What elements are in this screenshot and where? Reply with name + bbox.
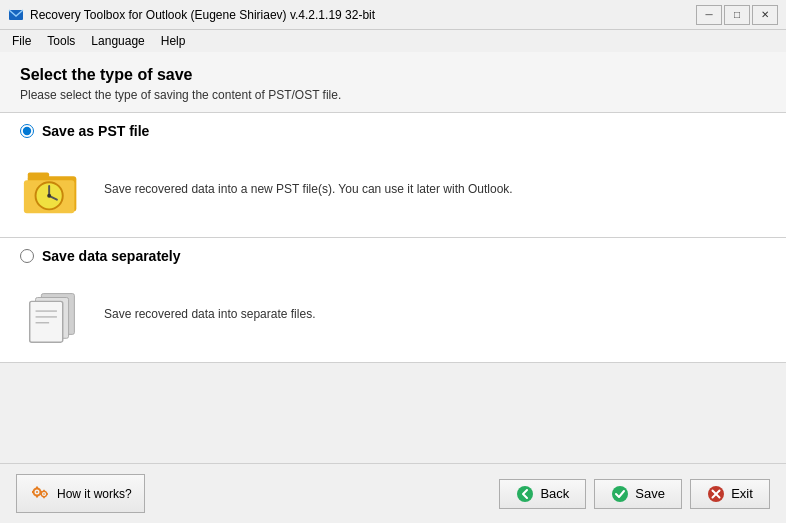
footer-left: How it works? [16, 474, 499, 513]
maximize-button[interactable]: □ [724, 5, 750, 25]
how-it-works-label: How it works? [57, 487, 132, 501]
svg-rect-17 [36, 496, 38, 498]
page-title: Select the type of save [20, 66, 766, 84]
option-separate-title: Save data separately [42, 248, 181, 264]
svg-rect-22 [43, 490, 45, 492]
options-container: Save as PST file [0, 113, 786, 463]
option-pst-description: Save recovered data into a new PST file(… [104, 180, 513, 198]
footer: How it works? Back Save [0, 463, 786, 523]
pst-icon [20, 155, 88, 223]
svg-rect-16 [36, 487, 38, 489]
close-button[interactable]: ✕ [752, 5, 778, 25]
page-subtitle: Please select the type of saving the con… [20, 88, 766, 102]
exit-button[interactable]: Exit [690, 479, 770, 509]
title-bar: Recovery Toolbox for Outlook (Eugene Shi… [0, 0, 786, 30]
exit-label: Exit [731, 486, 753, 501]
svg-rect-10 [30, 301, 63, 342]
menu-file[interactable]: File [4, 32, 39, 50]
option-separate-row: Save data separately [0, 238, 786, 363]
back-icon [516, 485, 534, 503]
option-pst-radio[interactable] [20, 124, 34, 138]
option-pst-header: Save as PST file [0, 113, 786, 151]
svg-point-15 [36, 491, 38, 493]
minimize-button[interactable]: ─ [696, 5, 722, 25]
app-icon [8, 7, 24, 23]
menu-help[interactable]: Help [153, 32, 194, 50]
menu-bar: File Tools Language Help [0, 30, 786, 52]
footer-right: Back Save Exit [499, 479, 770, 509]
svg-point-26 [517, 486, 533, 502]
spacer [0, 363, 786, 463]
svg-point-7 [47, 194, 51, 198]
option-pst-body: Save recovered data into a new PST file(… [0, 151, 786, 237]
option-pst-title: Save as PST file [42, 123, 149, 139]
how-it-works-button[interactable]: How it works? [16, 474, 145, 513]
menu-tools[interactable]: Tools [39, 32, 83, 50]
option-pst-label[interactable]: Save as PST file [20, 123, 149, 139]
option-separate-label[interactable]: Save data separately [20, 248, 181, 264]
svg-rect-23 [43, 497, 45, 499]
save-button[interactable]: Save [594, 479, 682, 509]
svg-rect-25 [46, 493, 48, 495]
content-area: Select the type of save Please select th… [0, 52, 786, 463]
save-label: Save [635, 486, 665, 501]
svg-rect-24 [40, 493, 42, 495]
svg-rect-2 [28, 172, 49, 180]
option-separate-header: Save data separately [0, 238, 786, 276]
gear-icon [29, 480, 53, 507]
exit-icon [707, 485, 725, 503]
window-controls: ─ □ ✕ [696, 5, 778, 25]
back-label: Back [540, 486, 569, 501]
option-pst-row: Save as PST file [0, 113, 786, 238]
save-icon [611, 485, 629, 503]
option-separate-radio[interactable] [20, 249, 34, 263]
option-separate-description: Save recovered data into separate files. [104, 305, 315, 323]
window-title: Recovery Toolbox for Outlook (Eugene Shi… [30, 8, 696, 22]
menu-language[interactable]: Language [83, 32, 152, 50]
back-button[interactable]: Back [499, 479, 586, 509]
svg-rect-18 [32, 491, 34, 493]
separate-files-icon [20, 280, 88, 348]
header-section: Select the type of save Please select th… [0, 52, 786, 113]
svg-point-21 [43, 493, 45, 495]
option-separate-body: Save recovered data into separate files. [0, 276, 786, 362]
svg-point-27 [612, 486, 628, 502]
